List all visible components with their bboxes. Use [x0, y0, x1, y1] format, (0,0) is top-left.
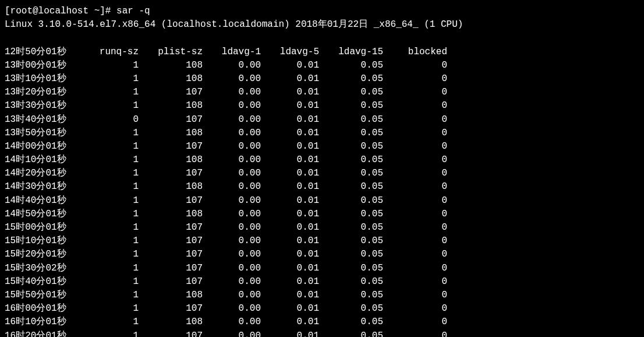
cell-ldavg1: 0.00	[203, 208, 261, 221]
cell-ldavg5: 0.01	[261, 208, 319, 221]
cell-ldavg5: 0.01	[261, 59, 319, 72]
cell-plist: 107	[139, 262, 203, 275]
cell-ldavg15: 0.05	[319, 289, 383, 302]
table-row: 16时20分01秒11070.000.010.050	[5, 329, 639, 338]
cell-runq: 1	[80, 302, 139, 315]
table-row: 15时30分02秒11070.000.010.050	[5, 262, 639, 275]
cell-runq: 1	[80, 289, 139, 302]
system-info-line: Linux 3.10.0-514.el7.x86_64 (localhost.l…	[5, 18, 639, 31]
cell-ldavg5: 0.01	[261, 72, 319, 86]
cell-ldavg15: 0.05	[319, 315, 383, 329]
cell-time: 13时00分01秒	[5, 59, 80, 72]
cell-runq: 1	[80, 167, 139, 180]
cell-ldavg1: 0.00	[203, 153, 261, 167]
cell-runq: 1	[80, 208, 139, 221]
date-info: 2018年01月22日	[295, 19, 368, 30]
table-header-row: 12时50分01秒 runq-sz plist-sz ldavg-1 ldavg…	[5, 45, 639, 59]
cell-time: 15时40分01秒	[5, 275, 80, 289]
cell-blocked: 0	[383, 248, 447, 261]
cell-ldavg15: 0.05	[319, 99, 383, 113]
cell-time: 14时50分01秒	[5, 208, 80, 221]
cell-ldavg5: 0.01	[261, 315, 319, 329]
cell-runq: 1	[80, 140, 139, 153]
cell-plist: 107	[139, 275, 203, 289]
cell-plist: 108	[139, 180, 203, 194]
cell-ldavg5: 0.01	[261, 180, 319, 194]
cell-ldavg5: 0.01	[261, 302, 319, 315]
cell-ldavg1: 0.00	[203, 315, 261, 329]
cell-time: 16时10分01秒	[5, 315, 80, 329]
cell-ldavg15: 0.05	[319, 275, 383, 289]
cell-blocked: 0	[383, 113, 447, 127]
cell-time: 15时30分02秒	[5, 262, 80, 275]
table-row: 13时50分01秒11080.000.010.050	[5, 127, 639, 140]
cell-blocked: 0	[383, 221, 447, 234]
cell-ldavg1: 0.00	[203, 113, 261, 127]
cell-time: 15时50分01秒	[5, 289, 80, 302]
cell-ldavg15: 0.05	[319, 86, 383, 99]
cell-ldavg15: 0.05	[319, 113, 383, 127]
cell-time: 16时00分01秒	[5, 302, 80, 315]
table-row: 16时10分01秒11080.000.010.050	[5, 315, 639, 329]
cell-time: 13时10分01秒	[5, 72, 80, 86]
cell-ldavg15: 0.05	[319, 302, 383, 315]
cell-plist: 107	[139, 248, 203, 261]
cell-ldavg1: 0.00	[203, 167, 261, 180]
table-row: 13时00分01秒11080.000.010.050	[5, 59, 639, 72]
cell-ldavg5: 0.01	[261, 248, 319, 261]
cell-ldavg5: 0.01	[261, 329, 319, 338]
table-row: 14时10分01秒11080.000.010.050	[5, 153, 639, 167]
cell-runq: 1	[80, 180, 139, 194]
cell-runq: 1	[80, 153, 139, 167]
cell-ldavg15: 0.05	[319, 234, 383, 248]
cell-runq: 1	[80, 72, 139, 86]
cell-plist: 108	[139, 315, 203, 329]
cell-blocked: 0	[383, 289, 447, 302]
header-ldavg1: ldavg-1	[203, 45, 261, 59]
cell-ldavg1: 0.00	[203, 72, 261, 86]
table-row: 13时10分01秒11080.000.010.050	[5, 72, 639, 86]
cell-time: 15时20分01秒	[5, 248, 80, 261]
cell-plist: 107	[139, 234, 203, 248]
table-row: 13时40分01秒01070.000.010.050	[5, 113, 639, 127]
table-row: 15时50分01秒11080.000.010.050	[5, 289, 639, 302]
cell-ldavg5: 0.01	[261, 194, 319, 208]
cell-ldavg15: 0.05	[319, 262, 383, 275]
cell-ldavg1: 0.00	[203, 262, 261, 275]
cell-plist: 108	[139, 127, 203, 140]
cell-plist: 108	[139, 99, 203, 113]
cell-ldavg1: 0.00	[203, 180, 261, 194]
cell-time: 13时20分01秒	[5, 86, 80, 99]
cell-blocked: 0	[383, 234, 447, 248]
cell-ldavg5: 0.01	[261, 127, 319, 140]
cell-runq: 1	[80, 275, 139, 289]
cpu-info: (1 CPU)	[424, 19, 463, 30]
cell-ldavg15: 0.05	[319, 248, 383, 261]
cell-plist: 107	[139, 329, 203, 338]
table-row: 15时00分01秒11070.000.010.050	[5, 221, 639, 234]
table-row: 14时00分01秒11070.000.010.050	[5, 140, 639, 153]
cell-plist: 107	[139, 140, 203, 153]
cell-blocked: 0	[383, 86, 447, 99]
cell-blocked: 0	[383, 302, 447, 315]
cell-plist: 108	[139, 208, 203, 221]
cell-time: 13时50分01秒	[5, 127, 80, 140]
cell-ldavg15: 0.05	[319, 180, 383, 194]
cell-blocked: 0	[383, 127, 447, 140]
cell-plist: 107	[139, 194, 203, 208]
cell-blocked: 0	[383, 194, 447, 208]
header-time: 12时50分01秒	[5, 45, 80, 59]
cell-blocked: 0	[383, 167, 447, 180]
cell-plist: 108	[139, 72, 203, 86]
cell-runq: 1	[80, 315, 139, 329]
cell-time: 13时30分01秒	[5, 99, 80, 113]
table-row: 13时30分01秒11080.000.010.050	[5, 99, 639, 113]
cell-ldavg5: 0.01	[261, 99, 319, 113]
cell-blocked: 0	[383, 329, 447, 338]
table-row: 14时50分01秒11080.000.010.050	[5, 208, 639, 221]
cell-blocked: 0	[383, 59, 447, 72]
command-prompt: [root@localhost ~]# sar -q	[5, 5, 639, 18]
header-ldavg5: ldavg-5	[261, 45, 319, 59]
cell-plist: 108	[139, 289, 203, 302]
table-row: 15时40分01秒11070.000.010.050	[5, 275, 639, 289]
